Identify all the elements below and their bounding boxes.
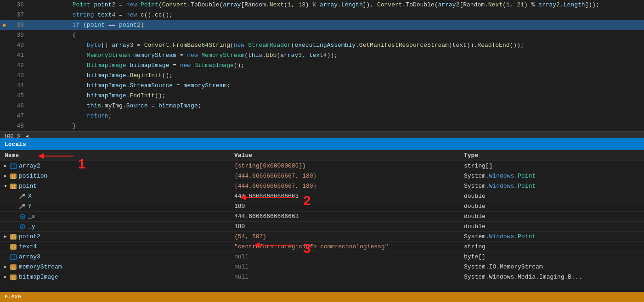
locals-rows: ▶array2{string[0x00000005]}string[]▶{}po… — [0, 161, 644, 282]
row-label-memoryStream: memoryStream — [19, 263, 62, 270]
row-icon-array3 — [9, 253, 17, 261]
row-icon-Y — [18, 202, 27, 211]
local-row-bitmapImage[interactable]: ▶{}bitmapImagenullSystem.Windows.Media.I… — [0, 272, 644, 282]
row-value-X: 444.66666666666663 — [234, 193, 464, 200]
code-line-48: 48 } — [0, 121, 644, 131]
local-row-array3[interactable]: array3nullbyte[] — [0, 252, 644, 262]
local-row-_y[interactable]: _y180double — [0, 222, 644, 232]
row-type-bitmapImage: System.Windows.Media.Imaging.B... — [464, 274, 644, 280]
row-value-bitmapImage: null — [234, 274, 464, 280]
row-icon-text4: {} — [9, 243, 17, 251]
local-row-position[interactable]: ▶{}position{444.666666666667, 180}System… — [0, 171, 644, 181]
svg-rect-15 — [10, 255, 17, 259]
row-label-point2: point2 — [19, 233, 40, 240]
line-content-39: { — [28, 30, 644, 40]
row-name-point: ▼{}point — [0, 182, 234, 190]
row-type-X: double — [464, 193, 644, 200]
status-text: e.exe — [5, 294, 21, 300]
status-bar: e.exe — [0, 292, 644, 302]
line-content-48: } — [28, 121, 644, 131]
row-type-point2: System.Windows.Point — [464, 233, 644, 240]
line-content-40: byte[] array3 = Convert.FromBase64String… — [28, 40, 644, 50]
svg-text:{}: {} — [11, 185, 16, 189]
local-row-X[interactable]: X444.66666666666663double — [0, 191, 644, 201]
locals-header: Locals — [0, 138, 644, 150]
code-line-39: 39 { — [0, 30, 644, 40]
svg-text:{}: {} — [11, 235, 16, 240]
code-line-41: 41 MemoryStream memoryStream = new Memor… — [0, 50, 644, 61]
line-number-41: 41 — [9, 50, 28, 61]
scrollbar-area: 100 % ◄ — [0, 131, 644, 138]
row-label-bitmapImage: bitmapImage — [19, 274, 58, 280]
expand-btn-array2[interactable]: ▶ — [2, 162, 9, 170]
row-name-point2: ▶{}point2 — [0, 233, 234, 241]
row-value-_y: 180 — [234, 223, 464, 230]
expand-btn-_y — [2, 223, 9, 230]
line-content-38: if (point == point2) — [28, 20, 644, 30]
expand-btn-point2[interactable]: ▶ — [2, 233, 9, 240]
expand-btn-position[interactable]: ▶ — [2, 173, 9, 180]
code-line-44: 44 bitmapImage.StreamSource = memoryStre… — [0, 81, 644, 91]
svg-text:{}: {} — [11, 275, 16, 280]
expand-btn-memoryStream[interactable]: ▶ — [2, 263, 9, 271]
row-type-Y: double — [464, 203, 644, 210]
line-content-45: bitmapImage.EndInit(); — [28, 91, 644, 101]
row-name-bitmapImage: ▶{}bitmapImage — [0, 273, 234, 281]
row-label-text4: text4 — [19, 243, 37, 250]
scroll-left-btn[interactable]: ◄ — [24, 134, 30, 138]
svg-text:{}: {} — [11, 245, 16, 250]
code-line-38: ►38 if (point == point2) — [0, 20, 644, 30]
line-number-46: 46 — [9, 101, 28, 111]
row-icon-array2 — [9, 162, 17, 170]
local-row-memoryStream[interactable]: ▶{}memoryStreamnullSystem.IO.MemoryStrea… — [0, 262, 644, 272]
svg-point-8 — [22, 216, 23, 218]
row-value-_x: 444.66666666666663 — [234, 213, 464, 220]
row-name-array2: ▶array2 — [0, 162, 234, 170]
row-icon-point2: {} — [9, 233, 17, 241]
expand-btn-text4 — [2, 243, 9, 251]
row-value-array2: {string[0x00000005]} — [234, 162, 464, 169]
line-number-39: 39 — [9, 30, 28, 40]
local-row-Y[interactable]: Y180double — [0, 201, 644, 212]
line-arrow-38: ► — [0, 20, 9, 30]
row-label-Y: Y — [28, 203, 32, 210]
code-line-42: 42 BitmapImage bitmapImage = new BitmapI… — [0, 61, 644, 71]
line-number-48: 48 — [9, 121, 28, 131]
col-type-header: Type — [464, 152, 644, 159]
local-row-array2[interactable]: ▶array2{string[0x00000005]}string[] — [0, 161, 644, 171]
code-line-45: 45 bitmapImage.EndInit(); — [0, 91, 644, 101]
row-type-_x: double — [464, 213, 644, 220]
line-number-37: 37 — [9, 10, 28, 20]
row-name-memoryStream: ▶{}memoryStream — [0, 263, 234, 271]
locals-col-headers: Name Value Type — [0, 150, 644, 161]
row-value-position: {444.666666666667, 180} — [234, 173, 464, 179]
local-row-point2[interactable]: ▶{}point2{54, 507}System.Windows.Point — [0, 232, 644, 242]
svg-rect-0 — [10, 164, 17, 168]
code-line-46: 46 this.myImg.Source = bitmapImage; — [0, 101, 644, 111]
row-name-X: X — [0, 192, 234, 201]
expand-btn-Y — [2, 203, 9, 210]
expand-btn-point[interactable]: ▼ — [2, 183, 9, 190]
row-icon-point: {} — [9, 182, 17, 190]
col-name-header: Name — [0, 152, 234, 159]
row-label-X: X — [28, 193, 32, 200]
local-row-text4[interactable]: {}text4"centreforstrategicinfo commtechn… — [0, 242, 644, 252]
row-label-point: point — [19, 183, 37, 190]
col-value-header: Value — [234, 152, 464, 159]
local-row-point[interactable]: ▼{}point{444.666666666667, 180}System.Wi… — [0, 181, 644, 191]
line-number-38: 38 — [9, 20, 28, 30]
line-number-45: 45 — [9, 91, 28, 101]
row-type-array2: string[] — [464, 162, 644, 169]
row-icon-X — [18, 192, 27, 201]
line-content-37: string text4 = new c().cc(); — [28, 10, 644, 20]
svg-text:{}: {} — [11, 174, 16, 179]
expand-btn-bitmapImage[interactable]: ▶ — [2, 274, 9, 281]
row-name-_y: _y — [0, 223, 234, 231]
row-type-point: System.Windows.Point — [464, 183, 644, 190]
code-editor: 36 Point point2 = new Point(Convert.ToDo… — [0, 0, 644, 138]
row-type-array3: byte[] — [464, 253, 644, 260]
row-icon-bitmapImage: {} — [9, 273, 17, 281]
expand-btn-_x — [2, 213, 9, 220]
row-label-_y: _y — [28, 223, 35, 230]
local-row-_x[interactable]: _x444.66666666666663double — [0, 212, 644, 222]
